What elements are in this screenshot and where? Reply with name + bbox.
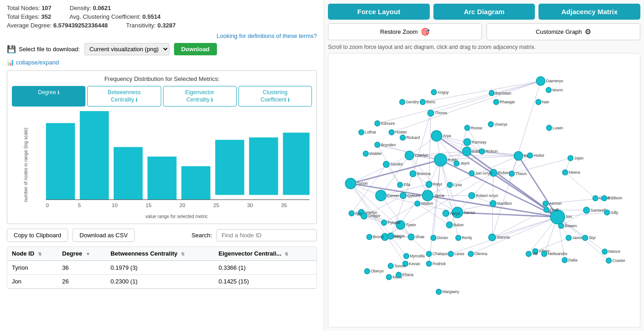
graph-node[interactable]: Pycelle (381, 220, 401, 225)
graph-node[interactable]: Hoster (389, 129, 407, 135)
graph-node[interactable]: Varys (388, 233, 405, 240)
graph-node[interactable]: Dalia (562, 257, 578, 263)
graph-node[interactable]: Margaery (436, 289, 459, 294)
graph-node[interactable]: Chataya (426, 251, 447, 256)
graph-node[interactable]: Mance (602, 249, 620, 255)
graph-node[interactable]: Laras (448, 251, 465, 256)
node-circle[interactable] (456, 235, 461, 240)
graph-node[interactable]: Brynden (375, 142, 396, 148)
node-circle[interactable] (543, 201, 549, 206)
node-circle[interactable] (436, 289, 442, 294)
node-circle[interactable] (582, 235, 588, 240)
node-circle[interactable] (426, 182, 432, 188)
node-circle[interactable] (536, 99, 541, 105)
graph-node[interactable]: Craster (606, 258, 625, 263)
graph-node[interactable]: Edmure (375, 121, 395, 126)
copy-clipboard-button[interactable]: Copy to Clipboard (7, 229, 68, 242)
node-circle[interactable] (431, 130, 442, 141)
node-circle[interactable] (408, 234, 414, 240)
graph-node[interactable]: Myrcella (404, 253, 425, 259)
node-circle[interactable] (465, 125, 470, 131)
node-circle[interactable] (367, 234, 372, 240)
graph-node[interactable]: Ramsay (464, 139, 486, 146)
graph-node[interactable]: Robert Arryn (469, 192, 498, 199)
node-circle[interactable] (404, 253, 409, 259)
graph-node[interactable]: Qyburn (400, 192, 420, 199)
eigenvector-info-icon[interactable]: ℹ (211, 97, 213, 102)
node-circle[interactable] (361, 213, 367, 219)
graph-node[interactable]: Nan (536, 99, 549, 105)
node-circle[interactable] (426, 251, 432, 256)
graph-node[interactable]: Jojen (568, 155, 584, 161)
graph-node[interactable]: Hodor (528, 153, 545, 158)
node-circle[interactable] (434, 154, 447, 166)
graph-node[interactable]: Walton (415, 201, 433, 206)
node-circle[interactable] (446, 222, 453, 228)
node-circle[interactable] (602, 249, 607, 255)
graph-node[interactable]: Catelyn (405, 151, 428, 160)
graph-node[interactable]: Gilly (604, 210, 618, 215)
customize-graph-button[interactable]: Customize Graph ⚙ (486, 23, 640, 40)
restore-zoom-button[interactable]: Restore Zoom 🎯 (328, 23, 482, 40)
tab-betweenness[interactable]: BetweennessCentrality ℹ (87, 86, 161, 107)
node-circle[interactable] (396, 272, 401, 278)
search-input[interactable] (216, 229, 317, 241)
file-format-select[interactable]: Current visualization (png)Current visua… (84, 43, 169, 55)
node-circle[interactable] (386, 274, 392, 280)
graph-node[interactable]: Styr (582, 235, 596, 240)
node-circle[interactable] (489, 234, 496, 241)
col-degree[interactable]: Degree ▼ (58, 247, 106, 261)
node-circle[interactable] (489, 91, 495, 96)
graph-node[interactable]: Val (526, 251, 538, 256)
node-circle[interactable] (431, 90, 437, 95)
node-circle[interactable] (469, 192, 475, 199)
graph-node[interactable]: Ilyn (349, 211, 361, 216)
node-circle[interactable] (375, 190, 386, 201)
graph-node[interactable]: Lothar (359, 129, 376, 135)
node-circle[interactable] (566, 235, 571, 240)
graph-container[interactable]: TyrionJonRobbAryaSansaCerseiJaimeCatelyn… (328, 53, 640, 327)
graph-node[interactable]: Kevan (403, 261, 421, 267)
node-circle[interactable] (383, 161, 390, 168)
graph-node[interactable]: Janos (566, 235, 583, 240)
node-circle[interactable] (363, 151, 369, 156)
node-circle[interactable] (422, 190, 433, 201)
node-circle[interactable] (493, 99, 499, 105)
node-circle[interactable] (544, 207, 549, 213)
node-circle[interactable] (490, 200, 496, 207)
node-circle[interactable] (546, 125, 552, 131)
node-circle[interactable] (528, 153, 533, 158)
graph-node[interactable]: Podrick (426, 261, 446, 267)
graph-node[interactable]: Tomm (388, 263, 405, 269)
node-circle[interactable] (349, 211, 354, 216)
node-circle[interactable] (559, 223, 564, 229)
node-circle[interactable] (415, 201, 420, 206)
graph-node[interactable]: Theon (509, 171, 527, 176)
adjacency-matrix-button[interactable]: Adjacency Matrix (538, 4, 640, 20)
graph-node[interactable]: Olenna (468, 251, 487, 256)
graph-node[interactable]: Gregor (361, 213, 380, 219)
node-circle[interactable] (410, 171, 416, 177)
node-circle[interactable] (536, 77, 545, 85)
sort-icon-degree[interactable]: ▼ (86, 251, 90, 256)
node-circle[interactable] (583, 207, 590, 214)
node-circle[interactable] (562, 257, 568, 263)
arc-diagram-button[interactable]: Arc Diagram (433, 4, 535, 20)
graph-node[interactable]: Barristan (489, 91, 512, 96)
tab-eigenvector[interactable]: EigenvectorCentrality ℹ (163, 86, 237, 107)
graph-node[interactable]: Eddison (602, 196, 622, 201)
sort-icon-betweenness[interactable]: ⇅ (181, 251, 185, 256)
col-betweenness[interactable]: Betweenness Centrality ⇅ (106, 247, 214, 261)
graph-node[interactable]: Roose (465, 125, 482, 131)
graph-svg[interactable]: TyrionJonRobbAryaSansaCerseiJaimeCatelyn… (328, 53, 640, 327)
node-circle[interactable] (448, 251, 454, 256)
graph-node[interactable]: Ella (397, 182, 410, 187)
node-circle[interactable] (345, 178, 356, 189)
graph-node[interactable]: Brienne (410, 171, 431, 177)
sort-icon-eigenvector[interactable]: ⇅ (285, 251, 288, 256)
node-circle[interactable] (462, 147, 471, 155)
node-circle[interactable] (542, 251, 547, 256)
graph-node[interactable]: Worm (546, 87, 563, 93)
node-circle[interactable] (514, 151, 523, 160)
node-circle[interactable] (381, 220, 387, 225)
